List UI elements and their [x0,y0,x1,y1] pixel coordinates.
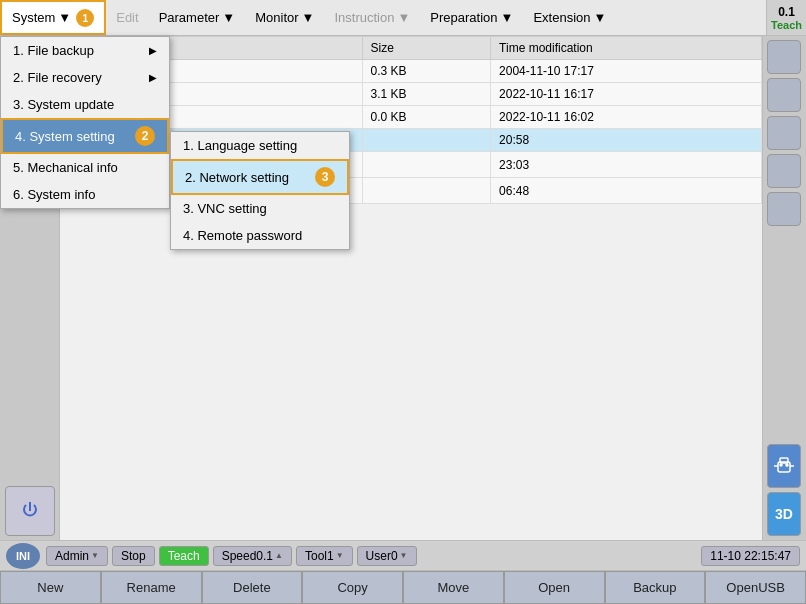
submenu-remote-password[interactable]: 4. Remote password [171,222,349,249]
power-button[interactable] [5,486,55,536]
file-time: 20:58 [491,129,762,152]
btn-new[interactable]: New [0,571,101,604]
menu-parameter-label: Parameter [159,10,220,25]
menu-system-update[interactable]: 3. System update [1,91,169,118]
menu-parameter[interactable]: Parameter ▼ [149,0,246,35]
menu-extension-arrow: ▼ [593,10,606,25]
menu-edit[interactable]: Edit [106,0,148,35]
svg-point-20 [786,464,788,466]
menu-edit-label: Edit [116,10,138,25]
menu-instruction-arrow: ▼ [397,10,410,25]
system-dropdown: 1. File backup ▶ 2. File recovery ▶ 3. S… [0,36,170,209]
bottom-toolbar: New Rename Delete Copy Move Open Backup … [0,570,806,604]
menu-instruction[interactable]: Instruction ▼ [324,0,420,35]
menu-instruction-label: Instruction [334,10,394,25]
file-time: 2022-10-11 16:02 [491,106,762,129]
file-size: 3.1 KB [362,83,491,106]
right-btn-5[interactable] [767,192,801,226]
menu-preparation-arrow: ▼ [501,10,514,25]
file-size [362,129,491,152]
file-time: 2004-11-10 17:17 [491,60,762,83]
status-teach[interactable]: Teach [159,546,209,566]
menu-parameter-arrow: ▼ [222,10,235,25]
menu-monitor-label: Monitor [255,10,298,25]
setting-submenu: 1. Language setting 2. Network setting 3… [170,131,350,250]
menu-monitor[interactable]: Monitor ▼ [245,0,324,35]
submenu-language[interactable]: 1. Language setting [171,132,349,159]
btn-openusb[interactable]: OpenUSB [705,571,806,604]
right-btn-3[interactable] [767,116,801,150]
file-time: 23:03 [491,152,762,178]
btn-open[interactable]: Open [504,571,605,604]
submenu-network[interactable]: 2. Network setting 3 [171,159,349,195]
right-sidebar: 3D [762,36,806,540]
menu-extension[interactable]: Extension ▼ [523,0,616,35]
teach-value: 0.1 [771,5,802,19]
menu-system-arrow: ▼ [58,10,71,25]
status-user[interactable]: User0 ▼ [357,546,417,566]
teach-area: 0.1 Teach [766,0,806,35]
menu-bar: System ▼ 1 Edit Parameter ▼ Monitor ▼ In… [0,0,806,36]
right-btn-robot[interactable] [767,444,801,488]
right-btn-1[interactable] [767,40,801,74]
menu-file-backup[interactable]: 1. File backup ▶ [1,37,169,64]
menu-file-recovery[interactable]: 2. File recovery ▶ [1,64,169,91]
submenu-vnc[interactable]: 3. VNC setting [171,195,349,222]
menu-system-setting[interactable]: 4. System setting 2 [1,118,169,154]
menu-monitor-arrow: ▼ [302,10,315,25]
btn-rename[interactable]: Rename [101,571,202,604]
file-size: 0.3 KB [362,60,491,83]
right-btn-2[interactable] [767,78,801,112]
btn-copy[interactable]: Copy [302,571,403,604]
status-speed[interactable]: Speed0.1 ▲ [213,546,292,566]
menu-system-info[interactable]: 6. System info [1,181,169,208]
col-time: Time modification [491,37,762,60]
menu-preparation[interactable]: Preparation ▼ [420,0,523,35]
menu-preparation-label: Preparation [430,10,497,25]
menu-extension-label: Extension [533,10,590,25]
menu-system-label: System [12,10,55,25]
teach-label: Teach [771,19,802,31]
right-btn-3d[interactable]: 3D [767,492,801,536]
status-tool[interactable]: Tool1 ▼ [296,546,353,566]
status-bar: INI Admin ▼ Stop Teach Speed0.1 ▲ Tool1 … [0,540,806,570]
btn-backup[interactable]: Backup [605,571,706,604]
svg-rect-16 [780,458,788,463]
file-size [362,178,491,204]
svg-point-19 [780,464,782,466]
col-size: Size [362,37,491,60]
menu-system[interactable]: System ▼ 1 [0,0,106,35]
menu-system-badge: 1 [76,9,94,27]
status-stop[interactable]: Stop [112,546,155,566]
file-time: 2022-10-11 16:17 [491,83,762,106]
file-size: 0.0 KB [362,106,491,129]
ini-badge[interactable]: INI [6,543,40,569]
btn-delete[interactable]: Delete [202,571,303,604]
right-btn-4[interactable] [767,154,801,188]
file-time: 06:48 [491,178,762,204]
status-datetime: 11-10 22:15:47 [701,546,800,566]
file-size [362,152,491,178]
btn-move[interactable]: Move [403,571,504,604]
menu-mechanical-info[interactable]: 5. Mechanical info [1,154,169,181]
status-admin[interactable]: Admin ▼ [46,546,108,566]
